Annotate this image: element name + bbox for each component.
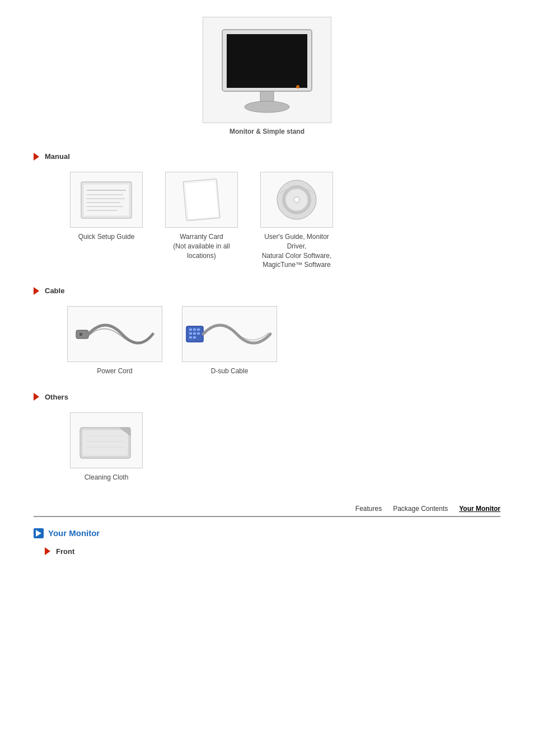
svg-rect-34 — [82, 430, 128, 456]
svg-rect-15 — [185, 181, 218, 220]
manual-arrow-icon — [34, 153, 41, 161]
cable-header-label: Cable — [45, 287, 64, 295]
svg-rect-31 — [193, 336, 196, 339]
svg-rect-30 — [189, 336, 192, 339]
svg-rect-25 — [193, 328, 196, 331]
item-cleaning-cloth: Cleaning Cloth — [67, 412, 146, 482]
your-monitor-label: Your Monitor — [48, 528, 100, 538]
svg-point-19 — [294, 197, 299, 203]
your-monitor-header: Your Monitor — [34, 528, 500, 538]
dsub-caption: D-sub Cable — [211, 367, 249, 376]
svg-rect-24 — [189, 328, 192, 331]
item-quick-setup-guide: Quick Setup Guide — [67, 172, 146, 270]
svg-marker-32 — [34, 393, 39, 401]
svg-rect-22 — [79, 333, 82, 336]
nav-footer: Features Package Contents Your Monitor — [34, 505, 500, 517]
svg-marker-5 — [34, 153, 39, 161]
manual-section-header: Manual — [34, 152, 500, 161]
monitor-section: Monitor & Simple stand — [34, 17, 500, 135]
monitor-caption: Monitor & Simple stand — [229, 128, 305, 135]
svg-rect-29 — [197, 332, 200, 335]
quick-setup-image — [70, 172, 143, 228]
others-arrow-icon — [34, 393, 41, 401]
cd-image — [260, 172, 333, 228]
nav-features[interactable]: Features — [355, 505, 382, 513]
svg-point-4 — [296, 85, 299, 88]
warranty-image — [165, 172, 238, 228]
your-monitor-arrow-icon — [34, 528, 44, 538]
power-cord-image — [67, 306, 162, 362]
svg-marker-40 — [45, 547, 50, 555]
cd-caption: User's Guide, Monitor Driver,Natural Col… — [257, 232, 336, 270]
manual-header-label: Manual — [45, 152, 70, 161]
svg-point-3 — [245, 101, 289, 112]
others-header-label: Others — [45, 393, 68, 401]
item-power-cord: Power Cord — [67, 306, 162, 376]
monitor-image-box — [203, 17, 331, 123]
item-dsub-cable: D-sub Cable — [179, 306, 280, 376]
svg-rect-28 — [193, 332, 196, 335]
quick-setup-caption: Quick Setup Guide — [78, 232, 135, 242]
front-arrow-icon — [45, 547, 53, 555]
cleaning-cloth-caption: Cleaning Cloth — [85, 473, 129, 482]
svg-marker-20 — [34, 287, 39, 295]
manual-items-row: Quick Setup Guide Warranty Card(Not avai… — [67, 172, 500, 270]
dsub-image — [182, 306, 277, 362]
svg-rect-27 — [189, 332, 192, 335]
front-header-label: Front — [56, 547, 74, 556]
cable-section-header: Cable — [34, 287, 500, 295]
nav-your-monitor[interactable]: Your Monitor — [459, 505, 500, 513]
others-items-row: Cleaning Cloth — [67, 412, 500, 482]
power-cord-caption: Power Cord — [97, 367, 132, 376]
others-section-header: Others — [34, 393, 500, 401]
item-cd-disc: User's Guide, Monitor Driver,Natural Col… — [257, 172, 336, 270]
item-warranty-card: Warranty Card(Not available in alllocati… — [162, 172, 241, 270]
cable-arrow-icon — [34, 287, 41, 295]
cleaning-cloth-image — [70, 412, 143, 468]
svg-rect-2 — [260, 91, 274, 102]
front-section-header: Front — [45, 547, 500, 556]
your-monitor-section: Your Monitor Front — [34, 528, 500, 556]
nav-package-contents[interactable]: Package Contents — [393, 505, 448, 513]
svg-rect-26 — [197, 328, 200, 331]
svg-rect-1 — [227, 34, 307, 88]
warranty-caption: Warranty Card(Not available in alllocati… — [173, 232, 229, 260]
page-content: Monitor & Simple stand Manual — [0, 0, 534, 584]
cable-items-row: Power Cord — [67, 306, 500, 376]
svg-rect-7 — [83, 184, 129, 216]
